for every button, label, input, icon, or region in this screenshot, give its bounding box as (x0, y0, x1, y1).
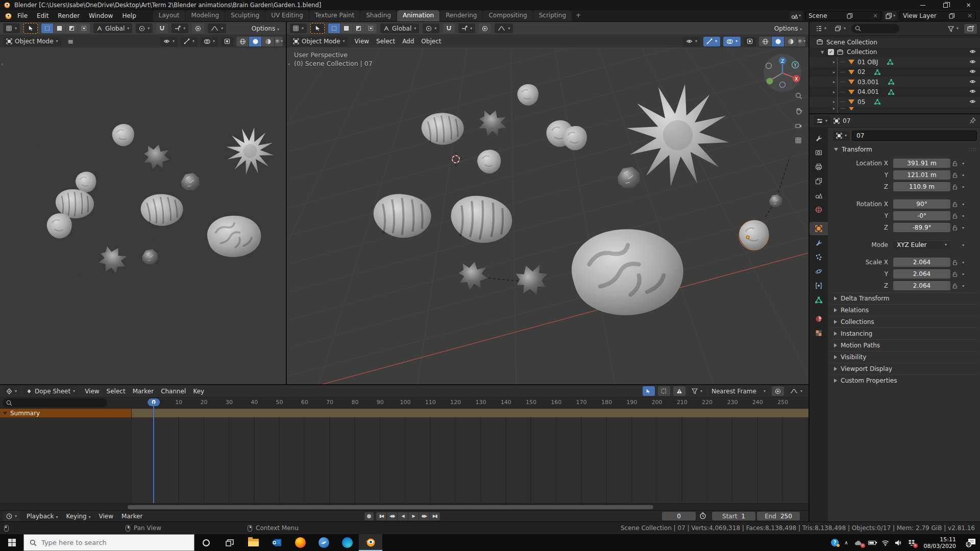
eye-icon[interactable] (969, 89, 976, 94)
frame-start-field[interactable]: Start1 (712, 512, 755, 520)
snap-settings-dropdown[interactable]: ▾ (458, 23, 475, 33)
dopesheet-menu-view[interactable]: View (81, 388, 103, 395)
task-view-button[interactable] (218, 534, 241, 551)
horizontal-scrollbar[interactable] (0, 503, 808, 510)
start-button[interactable] (0, 534, 23, 551)
shading-solid-button[interactable] (249, 37, 261, 46)
toggle-ortho-icon[interactable] (795, 137, 802, 145)
ruler-tick-120[interactable]: 120 (450, 399, 461, 406)
falloff-dropdown[interactable]: ▾ (787, 386, 805, 396)
prev-keyframe-button[interactable]: ◀◆ (387, 512, 397, 520)
animate-dot[interactable]: • (960, 242, 967, 248)
section-relations[interactable]: Relations (831, 304, 977, 316)
properties-tab-object[interactable] (810, 222, 828, 235)
only-selected-toggle[interactable] (643, 386, 655, 396)
mode-dropdown[interactable]: Object Mode▾ (3, 37, 61, 46)
help-tray-icon[interactable]: ? (831, 539, 839, 546)
menu-edit[interactable]: Edit (32, 10, 53, 21)
animate-dot[interactable]: • (960, 172, 967, 179)
playbar-menu-marker[interactable]: Marker (118, 513, 146, 520)
frame-end-field[interactable]: End250 (757, 512, 800, 520)
jump-last-button[interactable]: ▶▮ (430, 512, 440, 520)
select-box-tool-button[interactable] (23, 23, 38, 34)
viewport-main-canvas[interactable]: Z X Y User Perspective (0) Scene Collect… (287, 47, 808, 384)
overlays-dropdown[interactable]: ▾ (201, 37, 218, 46)
rotation-mode-dropdown[interactable]: XYZ Euler▾ (893, 240, 950, 249)
lock-icon[interactable] (952, 225, 958, 231)
transform-orientation-dropdown[interactable]: Global▾ (93, 23, 132, 33)
ruler-tick-60[interactable]: 60 (301, 399, 308, 406)
select-mode-lasso[interactable] (78, 23, 90, 33)
disclosure-icon[interactable]: ▸ (833, 60, 837, 64)
summary-channel-row[interactable]: Summary (0, 409, 131, 417)
action-center-icon[interactable]: 15 (965, 538, 976, 547)
snap-mode-dropdown[interactable]: Nearest Frame▾ (708, 386, 769, 396)
eye-icon[interactable] (969, 69, 976, 74)
lock-icon[interactable] (952, 172, 958, 178)
lock-icon[interactable] (952, 213, 958, 219)
snap-toggle[interactable] (443, 23, 455, 33)
viewport-menu-object[interactable]: Object (418, 38, 445, 45)
toolbar-collapse-arrow[interactable]: ‹ (288, 61, 290, 67)
object-visibility-dropdown[interactable]: ▾ (683, 37, 700, 46)
menu-window[interactable]: Window (84, 10, 117, 21)
add-workspace-button[interactable]: + (572, 10, 584, 21)
gizmos-dropdown[interactable]: ▾ (181, 37, 198, 46)
timeline-ruler[interactable]: 0102030405060708090100110120130140150160… (0, 397, 808, 409)
battery-icon[interactable] (868, 541, 876, 545)
section-viewport-display[interactable]: Viewport Display (831, 363, 977, 374)
ruler-tick-100[interactable]: 100 (400, 399, 411, 406)
pivot-point-dropdown[interactable]: ▾ (136, 23, 153, 33)
disclosure-icon[interactable]: ▸ (833, 90, 837, 94)
snap-toggle[interactable] (156, 23, 168, 33)
object-visibility-dropdown[interactable]: ▾ (160, 37, 178, 46)
disclosure-icon[interactable]: ▸ (833, 80, 837, 84)
dopesheet-menu-channel[interactable]: Channel (157, 388, 189, 395)
animate-dot[interactable]: • (960, 259, 967, 266)
lock-icon[interactable] (952, 161, 958, 166)
move-view-icon[interactable] (795, 108, 802, 116)
properties-tab-render[interactable] (810, 146, 828, 159)
animate-dot[interactable]: • (960, 283, 967, 289)
shading-rendered-button[interactable]: ▾ (275, 37, 283, 46)
properties-tab-object-data[interactable] (810, 293, 828, 307)
ruler-tick-160[interactable]: 160 (551, 399, 561, 406)
transform-value-field[interactable]: 90° (893, 199, 950, 209)
select-mode-tweak[interactable] (328, 23, 340, 33)
filter-dropdown[interactable]: ▾ (689, 386, 705, 396)
expand-icon[interactable] (3, 412, 7, 415)
errors-filter-toggle[interactable] (673, 386, 685, 396)
new-collection-button[interactable] (964, 24, 977, 34)
ruler-tick-200[interactable]: 200 (652, 399, 663, 406)
editor-type-button[interactable]: ▾ (3, 511, 20, 521)
navigation-gizmo[interactable]: Z X Y (764, 54, 801, 92)
scene-browse-button[interactable]: ▾ (790, 11, 802, 20)
ruler-tick-80[interactable]: 80 (351, 399, 358, 406)
object-id-dropdown[interactable]: ▾ (833, 131, 850, 141)
properties-tab-texture[interactable] (810, 327, 828, 340)
pin-icon[interactable] (969, 117, 976, 124)
select-mode-box[interactable] (54, 23, 65, 33)
tool-options-dropdown[interactable]: Options ▾ (771, 25, 805, 32)
animate-dot[interactable]: • (960, 201, 967, 208)
outliner-row-partial[interactable]: ▸ (810, 107, 980, 110)
ruler-tick-140[interactable]: 140 (501, 399, 511, 406)
properties-tab-world[interactable] (810, 203, 828, 216)
animate-dot[interactable]: • (960, 184, 967, 190)
transform-value-field[interactable]: 2.064 (893, 269, 950, 279)
shading-wireframe-button[interactable] (759, 37, 771, 46)
ruler-tick-210[interactable]: 210 (677, 399, 688, 406)
outliner-row-object[interactable]: ▸05 (810, 97, 980, 107)
ruler-tick-30[interactable]: 30 (226, 399, 233, 406)
playbar-menu-view[interactable]: View (95, 513, 117, 520)
ruler-tick-50[interactable]: 50 (276, 399, 283, 406)
collapsed-menus-button[interactable]: ≡ (64, 39, 78, 44)
taskbar-clock[interactable]: 15:11 08/03/2020 (921, 536, 959, 549)
object-name-field[interactable]: 07 (852, 131, 977, 141)
menu-render[interactable]: Render (53, 10, 84, 21)
ruler-tick-40[interactable]: 40 (251, 399, 258, 406)
editor-type-button[interactable]: ▾ (290, 23, 307, 33)
editor-type-button[interactable]: ▾ (814, 116, 830, 126)
shading-solid-button[interactable] (772, 37, 784, 46)
current-frame-line[interactable] (153, 403, 154, 503)
